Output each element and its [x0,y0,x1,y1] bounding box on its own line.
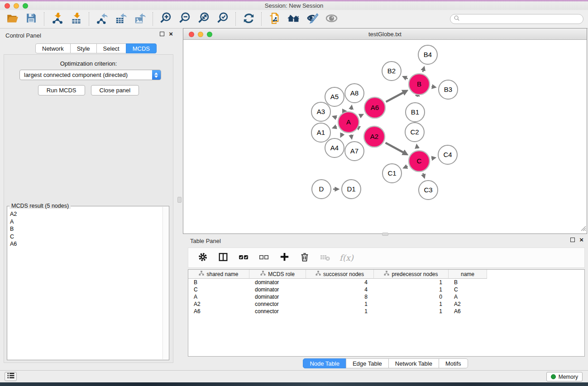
result-item[interactable]: A [7,218,162,226]
cell-shared-name[interactable]: B [188,279,249,286]
close-panel-icon[interactable]: × [169,32,173,36]
cell-predecessor-nodes[interactable]: 0 [374,293,449,300]
tab-select[interactable]: Select [96,43,126,53]
import-table-button[interactable] [68,11,84,27]
graph-edge-A2-C[interactable] [386,143,403,152]
graph-node-C[interactable]: C [409,151,430,172]
cell-name[interactable]: A [449,293,487,300]
cell-name[interactable]: B [449,279,487,286]
import-network-button[interactable] [49,11,65,27]
tab-motifs[interactable]: Motifs [439,358,468,368]
cell-name[interactable]: C [449,286,487,293]
open-file-button[interactable] [5,11,20,27]
tab-mcds[interactable]: MCDS [126,43,157,53]
zoom-in-button[interactable] [158,11,173,27]
graph-edge-C-C3[interactable] [423,173,423,175]
graph-node-B3[interactable]: B3 [439,80,458,99]
cell-mcds-role[interactable]: dominator [249,286,306,293]
result-item[interactable]: A2 [7,210,162,218]
cell-predecessor-nodes[interactable]: 1 [374,308,449,315]
memory-button[interactable]: Memory [546,372,583,381]
column-header-successor-nodes[interactable]: successor nodes [306,270,374,279]
show-columns-button[interactable] [217,252,229,264]
export-network-button[interactable] [94,11,110,27]
column-header-name[interactable]: name [449,270,487,279]
result-item[interactable]: B [7,225,162,233]
search-input[interactable] [460,16,583,22]
function-builder-button[interactable]: f(x) [339,252,354,264]
search-field[interactable] [450,14,583,24]
cell-shared-name[interactable]: A6 [188,308,249,315]
table-row[interactable]: Adominator80A [188,293,584,300]
graph-edge-C-C1[interactable] [407,167,408,167]
deselect-all-button[interactable] [258,252,270,264]
graph-node-B[interactable]: B [409,74,430,95]
graph-node-A4[interactable]: A4 [325,138,344,157]
export-table-button[interactable] [113,11,129,27]
graph-node-B2[interactable]: B2 [382,62,401,81]
zoom-selected-button[interactable] [215,11,230,27]
cell-successor-nodes[interactable]: 1 [306,300,374,308]
zoom-fit-button[interactable] [196,11,211,27]
result-scrollbar[interactable] [163,207,168,359]
tab-edge-table[interactable]: Edge Table [346,358,389,368]
cell-mcds-role[interactable]: connector [249,308,306,315]
cell-name[interactable]: A2 [449,300,487,308]
tab-node-table[interactable]: Node Table [303,358,346,368]
graph-node-A5[interactable]: A5 [325,87,344,106]
graph-node-A[interactable]: A [338,112,359,133]
result-item[interactable]: A6 [7,240,162,248]
graph-node-C1[interactable]: C1 [382,164,402,183]
export-image-button[interactable] [132,11,148,27]
graph-edge-B-B2[interactable] [406,78,408,79]
run-mcds-button[interactable]: Run MCDS [38,85,85,95]
select-all-button[interactable] [238,252,249,264]
graph-node-C4[interactable]: C4 [438,145,457,164]
hide-graphics-details-button[interactable] [305,11,320,27]
resize-grip[interactable] [580,225,586,233]
cell-name[interactable]: A6 [449,308,487,315]
graph-node-B1[interactable]: B1 [406,103,425,122]
delete-table-button[interactable] [319,252,331,264]
cell-mcds-role[interactable]: connector [249,300,306,308]
graph-node-A3[interactable]: A3 [311,102,330,121]
cell-shared-name[interactable]: A2 [188,300,249,308]
table-settings-button[interactable] [197,252,209,264]
zoom-out-button[interactable] [177,11,192,27]
vertical-splitter[interactable] [177,29,183,370]
table-row[interactable]: Bdominator41B [188,279,584,286]
graph-node-A8[interactable]: A8 [345,84,364,103]
cell-mcds-role[interactable]: dominator [249,293,306,300]
cell-successor-nodes[interactable]: 8 [306,293,374,300]
cell-successor-nodes[interactable]: 4 [306,286,374,293]
graph-node-C3[interactable]: C3 [419,181,438,200]
cell-shared-name[interactable]: C [188,286,249,293]
criterion-dropdown[interactable]: largest connected component (directed) [19,70,161,80]
cell-predecessor-nodes[interactable]: 1 [374,279,449,286]
cell-successor-nodes[interactable]: 4 [306,279,374,286]
column-header-predecessor-nodes[interactable]: predecessor nodes [374,270,449,279]
splitter-handle[interactable] [177,197,182,203]
table-row[interactable]: A2connector11A2 [188,300,584,308]
column-header-mcds-role[interactable]: MCDS role [249,270,306,279]
home-button[interactable] [286,11,301,27]
result-item[interactable]: C [7,233,162,241]
column-header-shared-name[interactable]: shared name [188,270,249,279]
graph-node-A2[interactable]: A2 [364,126,385,147]
float-panel-icon[interactable] [160,32,164,36]
cell-predecessor-nodes[interactable]: 1 [374,286,449,293]
close-table-panel-icon[interactable]: × [579,238,583,242]
cell-predecessor-nodes[interactable]: 1 [374,300,449,308]
graph-node-A6[interactable]: A6 [364,97,385,118]
graph-node-D1[interactable]: D1 [342,180,361,199]
float-table-panel-icon[interactable] [570,238,575,242]
close-panel-button[interactable]: Close panel [91,85,139,95]
graph-edge-A6-B[interactable] [386,93,403,102]
cell-successor-nodes[interactable]: 1 [306,308,374,315]
save-session-button[interactable] [24,11,39,27]
cell-mcds-role[interactable]: dominator [249,279,306,286]
table-row[interactable]: Cdominator41C [188,286,584,293]
show-graphics-details-button[interactable] [324,11,339,27]
new-network-from-selection-button[interactable] [267,11,282,27]
network-canvas[interactable]: B4B2BB3A8A5A6A3B1AA1C2A2A4A7C4CC1C3DD1 [183,40,587,234]
